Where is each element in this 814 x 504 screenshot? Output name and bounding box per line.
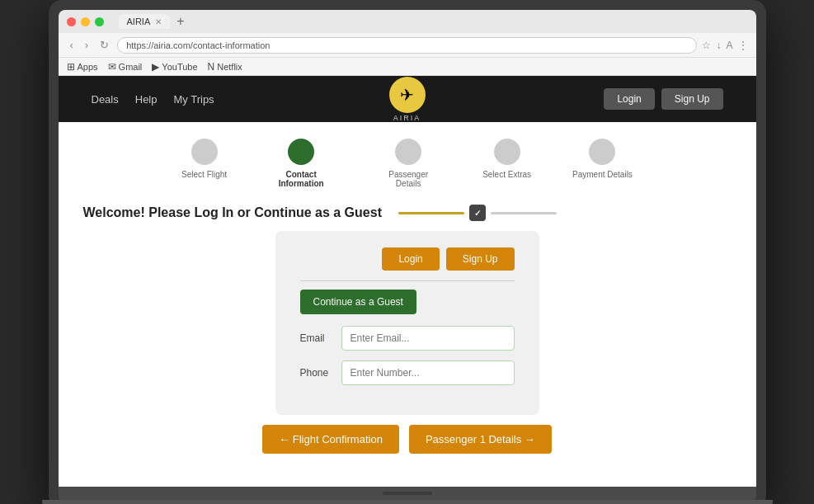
bookmark-apps[interactable]: ⊞ Apps <box>67 61 98 73</box>
step-select-extras: Select Extras <box>482 139 531 179</box>
bookmarks-bar: ⊞ Apps ✉ Gmail ▶ YouTube N Netflix <box>59 58 756 76</box>
form-login-button[interactable]: Login <box>382 247 439 271</box>
logo-emoji: ✈ <box>400 85 414 105</box>
site-logo: ✈ AIRIA <box>389 77 426 122</box>
apps-icon: ⊞ <box>67 61 75 73</box>
step-label-1: Select Flight <box>181 170 227 179</box>
tab-close-btn[interactable]: ✕ <box>155 17 162 26</box>
url-text: https://airia.com/contact-information <box>126 40 270 50</box>
bookmark-apps-label: Apps <box>78 62 98 72</box>
step-passenger-details: Passenger Details <box>375 139 441 188</box>
step-payment: Payment Details <box>572 139 633 179</box>
nav-signup-button[interactable]: Sign Up <box>661 88 723 110</box>
laptop-bottom-bezel <box>59 487 756 500</box>
bookmark-netflix-label: Netflix <box>217 62 242 72</box>
prog-dot-icon: ✓ <box>474 209 481 218</box>
back-browser-button[interactable]: ‹ <box>67 37 77 53</box>
step-circle-2 <box>288 139 314 165</box>
nav-deals[interactable]: Deals <box>92 93 119 106</box>
bookmark-gmail-label: Gmail <box>119 62 143 72</box>
step-circle-3 <box>395 139 421 165</box>
step-circle-5 <box>589 139 615 165</box>
page-title-row: Welcome! Please Log In or Continue as a … <box>83 205 732 221</box>
form-auth-row: Login Sign Up <box>300 247 515 271</box>
traffic-light-red[interactable] <box>67 17 76 26</box>
nav-login-button[interactable]: Login <box>604 88 654 110</box>
form-signup-button[interactable]: Sign Up <box>446 247 515 271</box>
address-bar[interactable]: https://airia.com/contact-information <box>117 37 697 54</box>
browser-tab[interactable]: AIRIA ✕ <box>119 14 171 29</box>
step-circle-1 <box>191 139 218 165</box>
step-circle-4 <box>494 139 520 165</box>
progress-steps: Select Flight Contact Information Passen… <box>59 122 756 196</box>
page-title-text: Welcome! Please Log In or Continue as a … <box>83 205 382 220</box>
bookmark-youtube[interactable]: ▶ YouTube <box>152 61 197 73</box>
forward-browser-button[interactable]: › <box>82 37 92 53</box>
progress-dividers: ✓ <box>398 205 557 221</box>
laptop-notch <box>383 492 432 495</box>
next-to-passenger-details-button[interactable]: Passenger 1 Details → <box>409 425 552 454</box>
new-tab-button[interactable]: + <box>176 14 184 29</box>
back-to-flight-confirmation-button[interactable]: ← Flight Confirmation <box>262 425 399 454</box>
email-field-row: Email <box>300 326 515 351</box>
bottom-nav: ← Flight Confirmation Passenger 1 Detail… <box>83 415 732 470</box>
progress-dot: ✓ <box>469 205 486 221</box>
divider-line <box>300 280 515 281</box>
progress-line-1 <box>398 212 464 214</box>
step-label-2: Contact Information <box>268 170 334 188</box>
nav-auth-buttons: Login Sign Up <box>604 88 722 110</box>
site-navbar: Deals Help My Trips ✈ AIRIA Login Sign U… <box>59 76 756 122</box>
reload-button[interactable]: ↻ <box>96 37 112 53</box>
phone-field-row: Phone <box>300 360 515 385</box>
tab-label: AIRIA <box>127 16 151 26</box>
email-input[interactable] <box>341 326 515 351</box>
youtube-icon: ▶ <box>152 61 159 73</box>
download-icon: ↓ <box>716 40 721 51</box>
gmail-icon: ✉ <box>108 61 116 73</box>
form-card: Login Sign Up Continue as a Guest Email … <box>275 231 539 415</box>
bookmark-icon: ☆ <box>702 40 711 51</box>
account-icon: A <box>726 40 732 51</box>
email-label: Email <box>300 332 333 344</box>
progress-line-2 <box>491 212 557 214</box>
traffic-light-yellow[interactable] <box>81 17 90 26</box>
step-label-5: Payment Details <box>572 170 633 179</box>
menu-icon: ⋮ <box>738 40 748 51</box>
step-label-3: Passenger Details <box>375 170 441 188</box>
phone-input[interactable] <box>341 360 515 385</box>
step-contact-info: Contact Information <box>268 139 334 188</box>
traffic-light-green[interactable] <box>95 17 104 26</box>
netflix-icon: N <box>208 61 215 73</box>
logo-text: AIRIA <box>393 114 421 122</box>
bookmark-youtube-label: YouTube <box>162 62 197 72</box>
step-select-flight: Select Flight <box>181 139 227 179</box>
bookmark-netflix[interactable]: N Netflix <box>208 61 242 73</box>
continue-as-guest-button[interactable]: Continue as a Guest <box>300 290 416 314</box>
bookmark-gmail[interactable]: ✉ Gmail <box>108 61 143 73</box>
phone-label: Phone <box>300 367 333 379</box>
main-content: Welcome! Please Log In or Continue as a … <box>59 196 756 487</box>
laptop-base <box>42 500 773 504</box>
nav-help[interactable]: Help <box>135 93 158 106</box>
step-label-4: Select Extras <box>482 170 531 179</box>
logo-circle: ✈ <box>389 77 426 113</box>
nav-my-trips[interactable]: My Trips <box>174 93 214 106</box>
nav-links: Deals Help My Trips <box>92 93 214 106</box>
